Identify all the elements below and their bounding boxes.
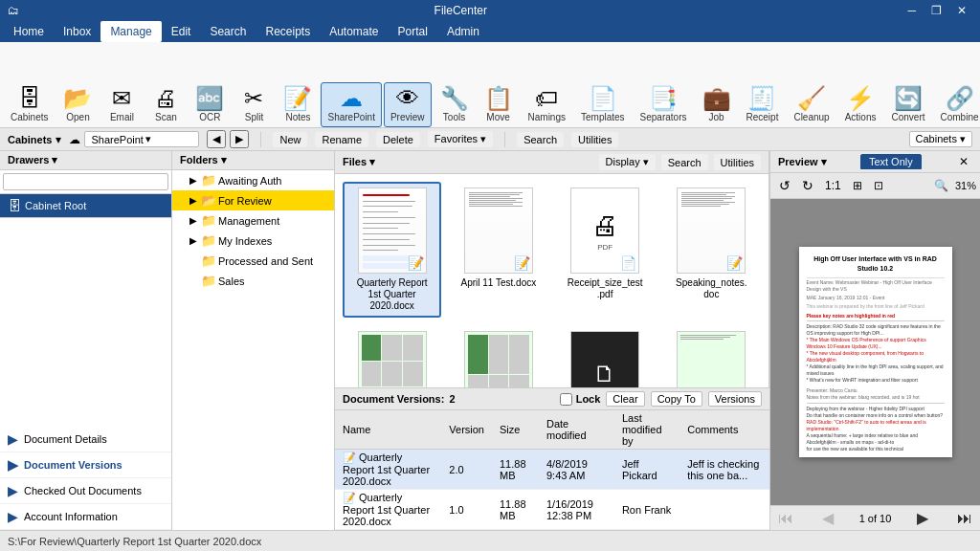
separators-label: Separators bbox=[640, 112, 687, 122]
utilities-button[interactable]: Utilities bbox=[571, 132, 618, 147]
ribbon-cleanup[interactable]: 🧹 Cleanup bbox=[787, 82, 835, 127]
ribbon-templates[interactable]: 📄 Templates bbox=[574, 82, 632, 127]
ribbon-actions[interactable]: ⚡ Actions bbox=[838, 82, 883, 127]
nav-first-button[interactable]: ⏮ bbox=[774, 510, 797, 527]
ribbon-tools[interactable]: 🔧 Tools bbox=[434, 82, 476, 127]
menu-home[interactable]: Home bbox=[4, 21, 54, 42]
rotate-left-button[interactable]: ↺ bbox=[774, 176, 795, 195]
version-1-by: Jeff Pickard bbox=[614, 450, 679, 490]
nav-next-button[interactable]: ▶ bbox=[913, 509, 932, 527]
file-speaking-notes[interactable]: 📝 Speaking_notes.doc bbox=[662, 182, 761, 318]
folder-awaiting-auth[interactable]: ▶ 📁 Awaiting Auth bbox=[172, 170, 334, 190]
document-versions-item[interactable]: ▶ Document Versions bbox=[0, 452, 171, 478]
close-button[interactable]: ✕ bbox=[951, 0, 972, 21]
favorites-button[interactable]: Favorites ▾ bbox=[428, 131, 493, 147]
ribbon-move[interactable]: 📋 Move bbox=[478, 82, 520, 127]
sharepoint-dropdown[interactable]: SharePoint ▾ bbox=[84, 131, 199, 147]
tools-label: Tools bbox=[443, 112, 465, 122]
rename-button[interactable]: Rename bbox=[315, 132, 368, 147]
menu-inbox[interactable]: Inbox bbox=[54, 21, 100, 42]
account-information-item[interactable]: ▶ Account Information bbox=[0, 504, 171, 530]
minimize-button[interactable]: ─ bbox=[902, 0, 922, 21]
ribbon-scan[interactable]: 🖨 Scan bbox=[145, 82, 187, 127]
cabinets-right-dropdown[interactable]: Cabinets ▾ bbox=[909, 131, 972, 147]
file-april-test[interactable]: 📝 April 11 Test.docx bbox=[449, 182, 547, 318]
ribbon-ocr[interactable]: 🔤 OCR bbox=[189, 82, 231, 127]
nav-prev-button[interactable]: ◀ bbox=[818, 509, 837, 527]
menu-automate[interactable]: Automate bbox=[320, 21, 388, 42]
ribbon-cabinets[interactable]: 🗄 Cabinets bbox=[4, 82, 55, 127]
zoom-out-button[interactable]: 🔍 bbox=[929, 177, 953, 194]
drawer-search-input[interactable] bbox=[3, 173, 168, 190]
delete-button[interactable]: Delete bbox=[376, 132, 420, 147]
ribbon-sharepoint[interactable]: ☁ SharePoint bbox=[321, 82, 381, 127]
ribbon-namings[interactable]: 🏷 Namings bbox=[522, 82, 572, 127]
ribbon-notes[interactable]: 📝 Notes bbox=[277, 82, 319, 127]
menu-portal[interactable]: Portal bbox=[389, 21, 437, 42]
doc-icon-1: 📝 bbox=[343, 452, 356, 463]
folder-my-indexes[interactable]: ▶ 📁 My Indexes bbox=[172, 231, 334, 251]
file-dms-a[interactable]: 📊 DMS_A.xlsx bbox=[343, 325, 441, 387]
doc-icon-2: 📝 bbox=[343, 492, 356, 503]
ribbon-receipt[interactable]: 🧾 Receipt bbox=[740, 82, 786, 127]
clear-button[interactable]: Clear bbox=[606, 391, 644, 407]
preview-header: Preview ▾ Text Only ✕ bbox=[770, 151, 980, 173]
files-utilities-button[interactable]: Utilities bbox=[714, 154, 761, 170]
folder-management[interactable]: ▶ 📁 Management bbox=[172, 210, 334, 231]
move-icon: 📋 bbox=[484, 87, 513, 110]
rotate-right-button[interactable]: ↻ bbox=[797, 176, 818, 195]
version-row-1[interactable]: 📝 Quarterly Report 1st Quarter 2020.docx… bbox=[335, 450, 769, 490]
menu-search[interactable]: Search bbox=[200, 21, 256, 42]
menu-edit[interactable]: Edit bbox=[162, 21, 201, 42]
window-controls: ─ ❐ ✕ bbox=[902, 0, 972, 21]
nav-forward-button[interactable]: ▶ bbox=[230, 130, 249, 148]
preview-close-button[interactable]: ✕ bbox=[955, 155, 972, 168]
menu-manage[interactable]: Manage bbox=[100, 21, 161, 42]
open-label: Open bbox=[66, 112, 89, 122]
file-multipage[interactable]: 🗋 📄 MultiPage bbox=[556, 325, 655, 387]
ribbon-email[interactable]: ✉ Email bbox=[100, 82, 143, 127]
file-receipt-test[interactable]: 🖨 PDF 📄 Receipt_size_test.pdf bbox=[556, 182, 655, 318]
folder-processed-sent[interactable]: 📁 Processed and Sent bbox=[172, 251, 334, 271]
folder-icon-awaiting: 📁 bbox=[201, 173, 216, 187]
files-header[interactable]: Files ▾ bbox=[343, 156, 375, 168]
folders-title[interactable]: Folders ▾ bbox=[180, 154, 227, 166]
ribbon-separators[interactable]: 📑 Separators bbox=[634, 82, 694, 127]
display-button[interactable]: Display ▾ bbox=[599, 154, 656, 170]
version-row-2[interactable]: 📝 Quarterly Report 1st Quarter 2020.docx… bbox=[335, 490, 769, 530]
left-panel-bottom: ▶ Document Details ▶ Document Versions ▶… bbox=[0, 217, 171, 530]
copy-to-button[interactable]: Copy To bbox=[651, 391, 702, 407]
separators-icon: 📑 bbox=[649, 87, 678, 110]
file-quarterly-report[interactable]: 📝 Quarterly Report 1st Quarter 2020.docx bbox=[343, 182, 441, 318]
drawers-title[interactable]: Drawers ▾ bbox=[8, 154, 57, 166]
ribbon-preview[interactable]: 👁 Preview bbox=[384, 82, 432, 127]
cabinet-root-item[interactable]: 🗄 Cabinet Root bbox=[0, 194, 171, 217]
menu-admin[interactable]: Admin bbox=[437, 21, 489, 42]
version-1-name: 📝 Quarterly Report 1st Quarter 2020.docx bbox=[335, 450, 441, 490]
lock-checkbox[interactable] bbox=[560, 393, 572, 406]
ribbon-convert[interactable]: 🔄 Convert bbox=[884, 82, 931, 127]
checked-out-docs-item[interactable]: ▶ Checked Out Documents bbox=[0, 478, 171, 504]
ribbon-split[interactable]: ✂ Split bbox=[233, 82, 275, 127]
folder-for-review[interactable]: ▶ 📂 For Review bbox=[172, 190, 334, 210]
fit-page-button[interactable]: ⊡ bbox=[869, 177, 888, 194]
menu-receipts[interactable]: Receipts bbox=[256, 21, 320, 42]
preview-tab-text-only[interactable]: Text Only bbox=[860, 154, 922, 169]
files-search-button[interactable]: Search bbox=[661, 154, 708, 170]
fit-button[interactable]: 1:1 bbox=[820, 177, 846, 194]
fit-width-button[interactable]: ⊞ bbox=[848, 177, 867, 194]
versions-button[interactable]: Versions bbox=[708, 391, 762, 407]
folder-sales[interactable]: 📁 Sales bbox=[172, 271, 334, 291]
ribbon-job[interactable]: 💼 Job bbox=[696, 82, 738, 127]
file-efc-acct[interactable]: 📊 EFC_ACCT-02.xlsx bbox=[449, 325, 547, 387]
ribbon-open[interactable]: 📂 Open bbox=[56, 82, 99, 127]
file-completed[interactable]: 📄 Completed bbox=[662, 325, 761, 387]
nav-back-button[interactable]: ◀ bbox=[207, 130, 226, 148]
nav-last-button[interactable]: ⏭ bbox=[953, 510, 976, 527]
restore-button[interactable]: ❐ bbox=[925, 0, 947, 21]
folder-icon-my-indexes: 📁 bbox=[201, 233, 216, 248]
search-button[interactable]: Search bbox=[517, 132, 564, 147]
ribbon-combine[interactable]: 🔗 Combine bbox=[933, 82, 980, 127]
new-button[interactable]: New bbox=[273, 132, 307, 147]
document-details-item[interactable]: ▶ Document Details bbox=[0, 427, 171, 452]
